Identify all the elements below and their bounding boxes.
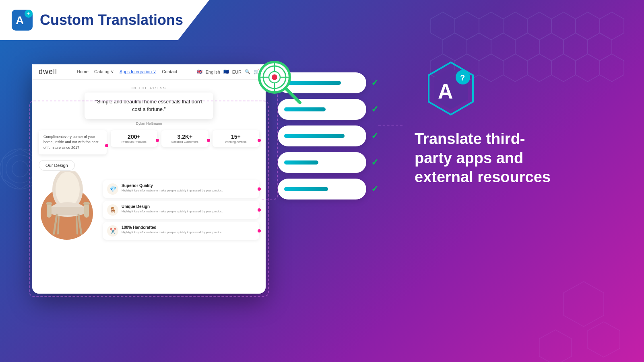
- nav-home[interactable]: Home: [77, 69, 89, 74]
- feature-text-2: Unique Design Highlight key information …: [122, 204, 223, 214]
- our-design-label: Our Design: [39, 160, 75, 171]
- horizontal-connector: [378, 125, 402, 125]
- handcrafted-icon: ✂️: [107, 225, 118, 237]
- features-list: 💎 Superior Quality Highlight key informa…: [103, 180, 259, 240]
- feature-item-1: 💎 Superior Quality Highlight key informa…: [103, 180, 259, 198]
- browser-navbar: dwell Home Catalog ∨ Apps Integration ∨ …: [32, 64, 266, 80]
- stat-number-1: 200+: [115, 134, 153, 140]
- press-section: IN THE PRESS “Simple and beautiful home …: [39, 86, 259, 125]
- hex-icon-container: A ?: [423, 60, 479, 118]
- language-label: English: [206, 70, 220, 74]
- stats-row: Complimentevery corner of your home, ins…: [39, 130, 259, 155]
- check-4: ✓: [371, 157, 378, 168]
- feature-desc-3: Highlight key information to make people…: [122, 230, 223, 235]
- svg-marker-7: [600, 12, 624, 40]
- svg-text:A: A: [438, 80, 453, 103]
- nav-actions: 🇬🇧 English 🇪🇺 EUR 🔍 🛒: [197, 69, 259, 74]
- translation-bar-4: ✓: [278, 152, 366, 173]
- bar-fill-3: [284, 134, 345, 138]
- browser-mockup: dwell Home Catalog ∨ Apps Integration ∨ …: [32, 64, 266, 294]
- stat-box-2: 3.2K+ Satisfied Customers: [161, 130, 208, 147]
- flag-eu-icon: 🇪🇺: [223, 69, 229, 74]
- site-logo: dwell: [39, 68, 57, 76]
- feature-name-2: Unique Design: [122, 204, 223, 209]
- nav-contact[interactable]: Contact: [162, 69, 177, 74]
- currency-label: EUR: [232, 70, 242, 74]
- superior-quality-icon: 💎: [107, 183, 118, 195]
- stat-label-1: Premium Products: [115, 140, 153, 144]
- svg-rect-42: [47, 204, 52, 218]
- translation-bar-5: ✓: [278, 179, 366, 200]
- svg-marker-2: [479, 12, 503, 40]
- quote-text: “Simple and beautiful home essentials th…: [93, 98, 205, 113]
- bar-fill-2: [284, 107, 326, 111]
- svg-marker-4: [527, 12, 551, 40]
- svg-point-35: [56, 172, 80, 207]
- stat-box-3: 15+ Winning Awards: [213, 130, 259, 147]
- nav-apps[interactable]: Apps Integration ∨: [120, 69, 156, 74]
- svg-rect-37: [50, 207, 85, 215]
- stat-number-2: 3.2K+: [165, 134, 204, 140]
- translate-text: Translate third-party apps and external …: [415, 130, 555, 187]
- check-1: ✓: [371, 78, 378, 88]
- svg-point-45: [83, 202, 90, 205]
- svg-text:+: +: [27, 10, 30, 17]
- feature-name-1: Superior Quality: [122, 183, 223, 188]
- chair-image: [39, 171, 99, 240]
- svg-marker-5: [551, 12, 576, 40]
- translation-bar-3: ✓: [278, 125, 366, 146]
- bar-fill-5: [284, 187, 328, 191]
- svg-text:?: ?: [460, 73, 465, 82]
- stat-label-2: Satisfied Customers: [165, 140, 204, 144]
- logo-container: A + Custom Translations: [10, 8, 183, 32]
- svg-marker-6: [576, 12, 600, 40]
- search-icon[interactable]: 🔍: [245, 69, 250, 74]
- check-5: ✓: [371, 184, 378, 194]
- nav-links: Home Catalog ∨ Apps Integration ∨ Contac…: [77, 69, 177, 74]
- feature-desc-1: Highlight key information to make people…: [122, 189, 223, 193]
- description-box: Complimentevery corner of your home, ins…: [39, 130, 107, 155]
- svg-point-25: [12, 161, 28, 177]
- browser-content: IN THE PRESS “Simple and beautiful home …: [32, 80, 266, 246]
- svg-line-41: [76, 216, 77, 234]
- unique-design-icon: 🪑: [107, 204, 118, 216]
- feature-name-3: 100% Handcrafted: [122, 225, 223, 230]
- svg-marker-3: [503, 12, 527, 40]
- svg-point-44: [46, 202, 52, 205]
- feature-item-3: ✂️ 100% Handcrafted Highlight key inform…: [103, 222, 259, 240]
- stat-box-1: 200+ Premium Products: [111, 130, 157, 147]
- feature-text-1: Superior Quality Highlight key informati…: [122, 183, 223, 193]
- svg-line-54: [287, 89, 300, 103]
- magnifier-icon: [254, 56, 298, 101]
- description-text: Complimentevery corner of your home, ins…: [43, 135, 99, 150]
- stat-label-3: Winning Awards: [217, 140, 255, 144]
- check-2: ✓: [371, 104, 378, 115]
- svg-line-40: [58, 216, 59, 234]
- svg-marker-1: [455, 12, 479, 40]
- feature-item-2: 🪑 Unique Design Highlight key informatio…: [103, 201, 259, 219]
- nav-catalog[interactable]: Catalog ∨: [94, 69, 114, 74]
- check-3: ✓: [371, 131, 378, 141]
- stat-number-3: 15+: [217, 134, 255, 140]
- quote-author: Dylan Heftmann: [39, 121, 259, 125]
- quote-box: “Simple and beautiful home essentials th…: [85, 93, 213, 119]
- header-section: A + Custom Translations: [0, 0, 209, 40]
- feature-text-3: 100% Handcrafted Highlight key informati…: [122, 225, 223, 235]
- svg-point-24: [6, 155, 34, 183]
- right-section: A ? Translate third-party apps and exter…: [415, 60, 555, 187]
- svg-point-49: [272, 74, 277, 80]
- press-label: IN THE PRESS: [39, 86, 259, 90]
- svg-marker-0: [431, 12, 455, 40]
- bar-fill-4: [284, 160, 318, 165]
- flag-icon: 🇬🇧: [197, 69, 202, 74]
- svg-rect-43: [84, 204, 89, 218]
- svg-text:A: A: [16, 14, 24, 27]
- app-logo-icon: A +: [10, 8, 34, 32]
- svg-line-39: [78, 215, 81, 234]
- svg-line-38: [54, 215, 57, 234]
- app-title: Custom Translations: [40, 12, 183, 29]
- feature-desc-2: Highlight key information to make people…: [122, 210, 223, 214]
